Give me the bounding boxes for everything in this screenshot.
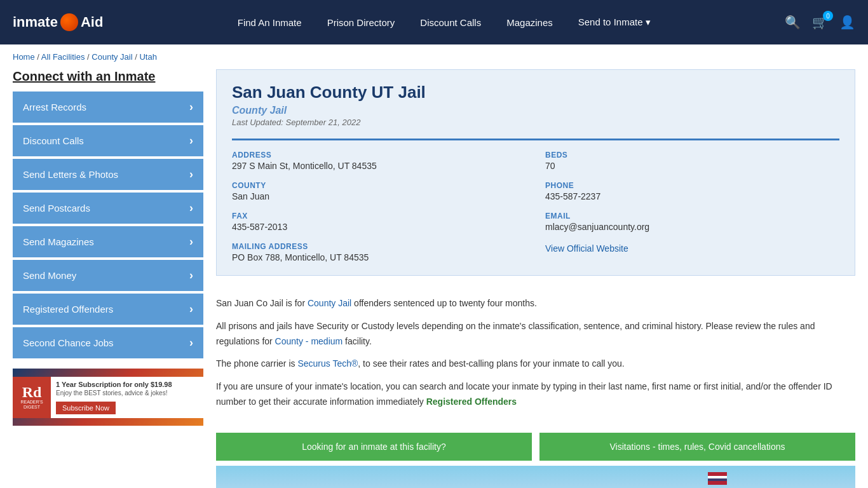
phone-field: PHONE 435-587-2237 [545, 181, 839, 201]
chevron-right-icon: › [189, 100, 193, 114]
securus-link[interactable]: Securus Tech® [297, 358, 358, 369]
address-label: ADDRESS [232, 151, 526, 159]
facility-type: County Jail [232, 105, 839, 116]
mailing-label: MAILING ADDRESS [232, 242, 526, 251]
breadcrumb-home[interactable]: Home [13, 52, 35, 62]
breadcrumb: Home / All Facilities / County Jail / Ut… [0, 44, 868, 69]
content-area: San Juan County UT Jail County Jail Last… [216, 69, 855, 488]
flag-icon [708, 472, 727, 485]
beds-field: BEDS 70 [545, 151, 839, 171]
logo[interactable]: inmate Aid [13, 13, 103, 31]
county-field: COUNTY San Juan [232, 181, 526, 201]
cart-badge: 0 [823, 11, 833, 21]
chevron-right-icon: › [189, 201, 193, 215]
fax-field: FAX 435-587-2013 [232, 212, 526, 232]
sidebar-item-registered-offenders[interactable]: Registered Offenders › [13, 294, 203, 325]
desc-paragraph-4: If you are unsure of your inmate's locat… [216, 379, 855, 410]
sidebar-item-money[interactable]: Send Money › [13, 260, 203, 291]
sidebar-title: Connect with an Inmate [13, 69, 203, 84]
facility-image [216, 466, 855, 488]
facility-description: San Juan Co Jail is for County Jail offe… [216, 286, 855, 428]
ad-subtext: Enjoy the BEST stories, advice & jokes! [56, 390, 198, 396]
breadcrumb-all-facilities[interactable]: All Facilities [41, 52, 85, 62]
nav-send-to-inmate[interactable]: Send to Inmate ▾ [578, 17, 651, 28]
logo-icon [60, 13, 78, 31]
main-content: Connect with an Inmate Arrest Records › … [0, 69, 868, 488]
phone-label: PHONE [545, 181, 839, 190]
chevron-right-icon: › [189, 336, 193, 349]
ad-subscribe-button[interactable]: Subscribe Now [56, 402, 116, 414]
address-value: 297 S Main St, Monticello, UT 84535 [232, 161, 526, 171]
mailing-value: PO Box 788, Monticello, UT 84535 [232, 252, 526, 262]
ad-headline: 1 Year Subscription for only $19.98 [56, 381, 198, 388]
mailing-field: MAILING ADDRESS PO Box 788, Monticello, … [232, 242, 526, 262]
nav-magazines[interactable]: Magazines [506, 17, 553, 28]
email-field: EMAIL mlacy@sanjuancounty.org [545, 212, 839, 232]
sidebar-item-arrest-records[interactable]: Arrest Records › [13, 92, 203, 123]
sidebar-item-jobs[interactable]: Second Chance Jobs › [13, 327, 203, 358]
nav-prison-directory[interactable]: Prison Directory [327, 17, 395, 28]
main-nav: Find An Inmate Prison Directory Discount… [122, 17, 766, 28]
search-icon[interactable]: 🔍 [785, 15, 801, 30]
advertisement: Rd READER'SDIGEST 1 Year Subscription fo… [13, 369, 203, 426]
site-header: inmate Aid Find An Inmate Prison Directo… [0, 0, 868, 44]
chevron-right-icon: › [189, 302, 193, 316]
facility-info-grid: ADDRESS 297 S Main St, Monticello, UT 84… [232, 139, 839, 262]
sidebar-item-letters-photos[interactable]: Send Letters & Photos › [13, 159, 203, 190]
breadcrumb-county-jail[interactable]: County Jail [92, 52, 132, 62]
sidebar: Connect with an Inmate Arrest Records › … [13, 69, 203, 488]
desc-paragraph-2: All prisons and jails have Security or C… [216, 319, 855, 349]
desc-paragraph-3: The phone carrier is Securus Tech®, to s… [216, 356, 855, 372]
website-field: View Official Website [545, 242, 839, 262]
action-buttons: Looking for an inmate at this facility? … [216, 433, 855, 461]
facility-updated: Last Updated: September 21, 2022 [232, 118, 839, 127]
user-icon[interactable]: 👤 [839, 15, 855, 30]
cart-icon[interactable]: 🛒 0 [812, 15, 828, 30]
header-actions: 🔍 🛒 0 👤 [785, 15, 855, 30]
breadcrumb-utah[interactable]: Utah [139, 52, 156, 62]
beds-label: BEDS [545, 151, 839, 159]
sidebar-menu: Arrest Records › Discount Calls › Send L… [13, 92, 203, 358]
facility-card: San Juan County UT Jail County Jail Last… [216, 69, 855, 276]
county-value: San Juan [232, 191, 526, 201]
registered-offenders-link[interactable]: Registered Offenders [426, 396, 517, 407]
email-label: EMAIL [545, 212, 839, 220]
chevron-right-icon: › [189, 168, 193, 181]
find-inmate-button[interactable]: Looking for an inmate at this facility? [216, 433, 532, 461]
sidebar-item-discount-calls[interactable]: Discount Calls › [13, 125, 203, 156]
website-link[interactable]: View Official Website [545, 243, 628, 254]
desc-paragraph-1: San Juan Co Jail is for County Jail offe… [216, 296, 855, 311]
email-value: mlacy@sanjuancounty.org [545, 222, 839, 232]
fax-value: 435-587-2013 [232, 222, 526, 232]
nav-discount-calls[interactable]: Discount Calls [420, 17, 481, 28]
nav-find-inmate[interactable]: Find An Inmate [238, 17, 302, 28]
county-label: COUNTY [232, 181, 526, 190]
visitations-button[interactable]: Visitations - times, rules, Covid cancel… [539, 433, 855, 461]
beds-value: 70 [545, 161, 839, 171]
county-jail-link[interactable]: County Jail [308, 298, 351, 308]
chevron-right-icon: › [189, 134, 193, 147]
address-field: ADDRESS 297 S Main St, Monticello, UT 84… [232, 151, 526, 171]
fax-label: FAX [232, 212, 526, 220]
county-medium-link[interactable]: County - medium [275, 336, 343, 346]
phone-value: 435-587-2237 [545, 191, 839, 201]
sidebar-item-magazines[interactable]: Send Magazines › [13, 226, 203, 257]
chevron-right-icon: › [189, 235, 193, 248]
chevron-right-icon: › [189, 269, 193, 282]
sidebar-item-postcards[interactable]: Send Postcards › [13, 193, 203, 224]
facility-name: San Juan County UT Jail [232, 83, 839, 102]
